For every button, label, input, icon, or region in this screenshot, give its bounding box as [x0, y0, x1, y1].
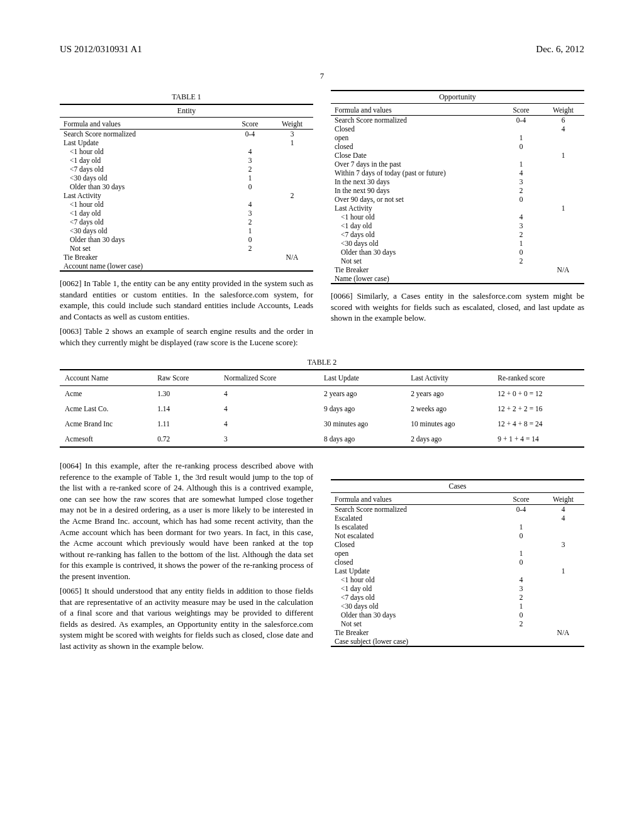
- table-row: Is escalated1: [331, 523, 584, 531]
- table-row: <1 hour old4: [331, 213, 584, 221]
- cell-weight: [542, 523, 584, 531]
- cell-score: [500, 540, 542, 549]
- table-row: Search Score normalized0-46: [331, 116, 584, 125]
- table-row: Over 90 days, or not set0: [331, 195, 584, 204]
- cell-score: [500, 637, 542, 646]
- cell-score: 1: [500, 239, 542, 248]
- table-row: Case subject (lower case): [331, 637, 584, 646]
- th-weight: Weight: [542, 494, 584, 505]
- cell-weight: [542, 611, 584, 619]
- table-row: Not escalated0: [331, 531, 584, 540]
- table-cases: Cases Formula and values Score Weight Se…: [331, 479, 584, 647]
- table-2: TABLE 2 Account NameRaw ScoreNormalized …: [60, 358, 584, 448]
- cell-label: <30 days old: [60, 226, 229, 235]
- cell-label: Within 7 days of today (past or future): [331, 169, 500, 177]
- cell-score: 0: [500, 142, 542, 151]
- cell-weight: [271, 209, 313, 218]
- cell-label: <7 days old: [60, 218, 229, 226]
- cell-weight: [271, 156, 313, 165]
- cell-score: [500, 274, 542, 284]
- cell-weight: N/A: [542, 265, 584, 274]
- cell-weight: [271, 262, 313, 271]
- cell-score: 1: [229, 226, 271, 235]
- cell-label: Older than 30 days: [331, 248, 500, 257]
- cell-label: Older than 30 days: [331, 611, 500, 619]
- paragraph-0064: [0064] In this example, after the re-ran…: [60, 460, 313, 582]
- table-row: Account name (lower case): [60, 262, 313, 271]
- cell: 4: [219, 401, 319, 416]
- cell-label: <30 days old: [331, 602, 500, 611]
- cell-weight: 1: [542, 151, 584, 160]
- cell-score: 2: [500, 257, 542, 265]
- cell: 2 years ago: [319, 386, 406, 402]
- cell-score: 3: [229, 209, 271, 218]
- cell-label: <7 days old: [331, 593, 500, 602]
- cell-weight: 3: [542, 540, 584, 549]
- table-row: <7 days old2: [60, 165, 313, 174]
- cell: 12 + 4 + 8 = 24: [492, 416, 584, 431]
- table-row: Tie BreakerN/A: [331, 265, 584, 274]
- th-formula: Formula and values: [60, 119, 229, 130]
- cell: 9 + 1 + 4 = 14: [492, 431, 584, 447]
- cell-weight: [542, 531, 584, 540]
- cell-score: 1: [229, 174, 271, 182]
- table-row: Older than 30 days0: [331, 611, 584, 619]
- cell-weight: 1: [542, 204, 584, 213]
- cell-score: 0: [500, 558, 542, 567]
- cell-label: Tie Breaker: [331, 628, 500, 637]
- cell-score: 2: [500, 230, 542, 239]
- cell-score: 3: [229, 156, 271, 165]
- cell-weight: [271, 244, 313, 253]
- publication-number: US 2012/0310931 A1: [60, 44, 142, 55]
- th: Last Activity: [406, 370, 492, 386]
- cell: 30 minutes ago: [319, 416, 406, 431]
- cell: Acme Brand Inc: [60, 416, 152, 431]
- cell-weight: N/A: [542, 628, 584, 637]
- cell-label: <30 days old: [331, 239, 500, 248]
- cell-weight: 4: [542, 514, 584, 523]
- cell-label: Account name (lower case): [60, 262, 229, 271]
- th-weight: Weight: [271, 119, 313, 130]
- table-opp-title: Opportunity: [331, 90, 584, 104]
- table-row: Older than 30 days0: [331, 248, 584, 257]
- table-row: Not set2: [60, 244, 313, 253]
- cell-weight: 3: [271, 130, 313, 139]
- table-row: Acme Last Co.1.1449 days ago2 weeks ago1…: [60, 401, 584, 416]
- cell-score: 2: [229, 244, 271, 253]
- table-row: <30 days old1: [331, 239, 584, 248]
- para-text: It should understood that any entity fie…: [60, 586, 313, 651]
- cell-weight: 4: [542, 505, 584, 514]
- cell-weight: [271, 226, 313, 235]
- cell: 3: [219, 431, 319, 447]
- table-row: <30 days old1: [60, 226, 313, 235]
- cell-score: [500, 265, 542, 274]
- cell-score: [229, 191, 271, 200]
- cell-score: 2: [500, 619, 542, 628]
- cell-score: [500, 628, 542, 637]
- cell-weight: [271, 218, 313, 226]
- cell-score: 1: [500, 549, 542, 558]
- page-number: 7: [60, 71, 584, 81]
- cell-score: 0: [500, 531, 542, 540]
- cell-weight: [271, 235, 313, 244]
- cell-label: Older than 30 days: [60, 235, 229, 244]
- cell: 12 + 2 + 2 = 16: [492, 401, 584, 416]
- cell-score: 0-4: [500, 505, 542, 514]
- cell-label: Closed: [331, 540, 500, 549]
- table-1: TABLE 1 Entity Formula and values Score …: [60, 92, 313, 272]
- cell-label: Last Activity: [331, 204, 500, 213]
- cell: 0.72: [152, 431, 219, 447]
- table-row: Escalated4: [331, 514, 584, 523]
- table-row: closed0: [331, 558, 584, 567]
- cell-label: Over 90 days, or not set: [331, 195, 500, 204]
- cell-score: 1: [500, 523, 542, 531]
- para-text: In this example, after the re-ranking pr…: [60, 461, 313, 580]
- cell-weight: 1: [271, 138, 313, 147]
- table-row: Acme1.3042 years ago2 years ago12 + 0 + …: [60, 386, 584, 402]
- cell: 10 minutes ago: [406, 416, 492, 431]
- para-label: [0066]: [331, 291, 353, 301]
- table-opportunity: Opportunity Formula and values Score Wei…: [331, 90, 584, 284]
- table-row: <1 hour old4: [60, 147, 313, 156]
- cell-weight: [542, 593, 584, 602]
- cell-weight: [542, 133, 584, 142]
